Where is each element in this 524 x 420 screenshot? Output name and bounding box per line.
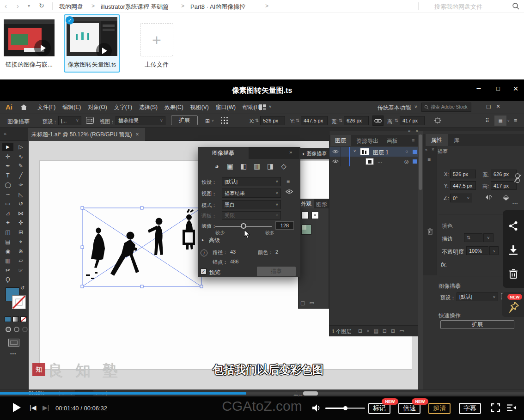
layer-selection-indicator[interactable]: [413, 150, 417, 154]
flip-horizontal-icon[interactable]: [485, 195, 493, 200]
x-value-field[interactable]: 526 px: [260, 116, 285, 125]
search-icon[interactable]: [512, 2, 520, 10]
none-mode-button[interactable]: [20, 317, 27, 322]
symbol-sprayer-tool[interactable]: ※: [15, 247, 26, 256]
layer-name[interactable]: ...: [378, 158, 382, 164]
download-icon[interactable]: [508, 245, 518, 255]
home-icon[interactable]: [20, 104, 27, 110]
menu-object[interactable]: 对象(O): [86, 103, 108, 111]
eyedropper-tool[interactable]: ⌖: [15, 237, 26, 246]
blend-tool[interactable]: ◉: [2, 247, 13, 256]
next-button[interactable]: ▶|: [43, 404, 49, 411]
eye-icon[interactable]: [286, 189, 293, 194]
line-tool[interactable]: ╱: [15, 171, 26, 180]
width-value-field[interactable]: 626 px: [344, 116, 369, 125]
advanced-disclosure-icon[interactable]: ▸: [202, 237, 204, 242]
gradient-tool[interactable]: ▤: [2, 237, 13, 246]
trace-preset-dropdown[interactable]: [默认]˅: [222, 177, 281, 186]
flip-vertical-icon[interactable]: [503, 195, 509, 201]
prop-preset-dropdown[interactable]: [默认]˅: [457, 292, 498, 301]
delete-layer-icon[interactable]: ▭: [399, 328, 404, 334]
eye-icon[interactable]: [332, 159, 339, 164]
prop-expand-button[interactable]: 扩展: [440, 320, 514, 329]
seek-progress[interactable]: [0, 392, 246, 395]
layer-row-1[interactable]: ˅ 图层 1 ○: [329, 147, 418, 157]
menu-edit[interactable]: 编辑(E): [61, 103, 82, 111]
stepper-icon[interactable]: ⇅: [395, 118, 398, 123]
window-minimize-button[interactable]: –: [474, 84, 483, 92]
ai-restore-icon[interactable]: ▢: [486, 103, 491, 110]
layer-target-icon[interactable]: ◎: [404, 158, 409, 164]
quality-button[interactable]: 超清: [428, 403, 451, 414]
stroke-weight-stepper[interactable]: ⇅: [464, 233, 482, 242]
delete-style-icon[interactable]: ▭: [309, 300, 314, 306]
subtitle-button[interactable]: 字幕: [459, 403, 481, 414]
layer-expand-icon[interactable]: ˅: [353, 149, 356, 153]
angle-dropdown[interactable]: 0°˅: [450, 194, 472, 202]
graph-tool[interactable]: ▥: [2, 256, 13, 265]
panel-collapse-icon[interactable]: »: [289, 149, 292, 155]
search-input[interactable]: 搜索我的网盘文件: [434, 3, 482, 11]
stroke-unit-dropdown[interactable]: ˅: [483, 233, 494, 242]
menu-file[interactable]: 文件(F): [36, 103, 57, 111]
breadcrumb-item-course[interactable]: illustrator系统课程 基础篇: [101, 3, 169, 11]
new-sublayer-icon[interactable]: ⊟: [383, 328, 387, 334]
prop-x-field[interactable]: 526 px: [450, 170, 476, 178]
gradient-mode-button[interactable]: [12, 317, 19, 322]
eye-icon[interactable]: [332, 149, 339, 154]
layer-thumbnail[interactable]: [360, 148, 369, 155]
collapsed-trace-panel[interactable]: ◑ 图像描摹: [299, 148, 329, 159]
slice-tool[interactable]: ✂: [2, 266, 13, 274]
pen-tool[interactable]: ✒: [2, 162, 13, 170]
fullscreen-icon[interactable]: [491, 403, 500, 413]
preview-checkbox[interactable]: ✓: [201, 268, 207, 274]
style-swatch[interactable]: [311, 212, 319, 219]
stepper-icon[interactable]: ⇅: [296, 118, 299, 123]
list-options-icon[interactable]: ≡: [514, 117, 517, 124]
upload-button[interactable]: +: [140, 23, 173, 56]
fx-label[interactable]: fx.: [441, 261, 447, 268]
outline-icon[interactable]: ◇: [280, 162, 288, 170]
puppet-warp-tool[interactable]: ✜: [15, 219, 26, 227]
opacity-field[interactable]: 100%: [466, 246, 488, 255]
y-value-field[interactable]: 447.5 px: [301, 116, 328, 125]
layer-name[interactable]: 图层 1: [373, 149, 389, 157]
align-icon[interactable]: ⊞: [205, 118, 210, 124]
more-tools-icon[interactable]: •••: [10, 351, 17, 356]
shaper-tool[interactable]: ∽: [2, 190, 13, 199]
magic-wand-tool[interactable]: ✛: [2, 152, 13, 161]
menu-window[interactable]: 窗口(W): [214, 103, 237, 111]
draw-normal-button[interactable]: [6, 327, 11, 332]
expand-button[interactable]: 扩展: [171, 116, 198, 125]
width-tool[interactable]: ⋈: [15, 209, 26, 218]
perspective-grid-tool[interactable]: ◫: [2, 228, 13, 237]
play-button[interactable]: [13, 403, 21, 412]
strip-menu-icon[interactable]: ≡: [427, 156, 431, 163]
tab-libraries[interactable]: 库: [454, 137, 459, 145]
style-swatch[interactable]: [301, 212, 309, 219]
stock-search-input[interactable]: 搜索 Adobe Stock: [421, 103, 471, 112]
tab-layers[interactable]: 图层: [330, 135, 351, 146]
style-thumbnail[interactable]: [301, 225, 311, 235]
arrange-documents-button[interactable]: ≣: [494, 116, 506, 126]
curvature-tool[interactable]: ✎: [15, 162, 26, 170]
new-style-icon[interactable]: ▢: [300, 300, 305, 306]
trace-panel-tab[interactable]: 图像描摹: [198, 147, 249, 159]
lasso-tool[interactable]: ∿: [15, 152, 26, 161]
high-color-icon[interactable]: ▣: [226, 162, 234, 170]
view-dropdown[interactable]: 描摹结果˅: [116, 116, 165, 125]
breadcrumb-item-part8[interactable]: Part8 · AI的图像操控: [190, 3, 245, 11]
new-layer-icon[interactable]: ⊞: [391, 328, 395, 334]
collect-for-export-icon[interactable]: ⊡: [358, 328, 362, 334]
menu-effect[interactable]: 效果(C): [163, 103, 185, 111]
reference-point-icon[interactable]: [221, 117, 228, 124]
playlist-icon[interactable]: [506, 404, 517, 412]
link-dimensions-icon[interactable]: [372, 116, 384, 126]
tab-properties[interactable]: 属性: [426, 134, 448, 146]
illustrator-logo[interactable]: Ai: [6, 103, 12, 111]
panel-menu-icon[interactable]: ≡: [412, 137, 414, 143]
type-tool[interactable]: T: [2, 171, 13, 180]
rectangle-tool[interactable]: ▭: [2, 200, 13, 208]
artboard-tool[interactable]: ▱: [15, 256, 26, 265]
scale-tool[interactable]: ⊿: [2, 209, 13, 218]
